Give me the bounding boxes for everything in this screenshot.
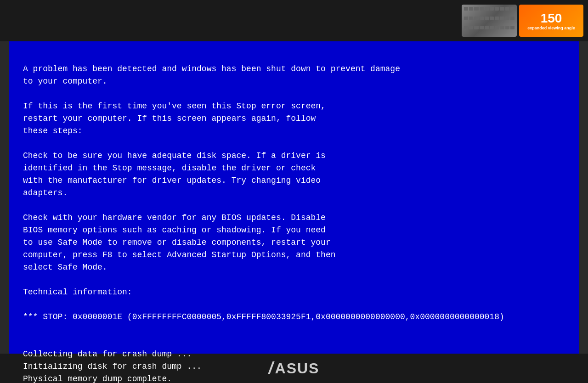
bsod-line1: A problem has been detected and windows …: [23, 64, 400, 73]
bsod-content: A problem has been detected and windows …: [23, 51, 565, 383]
bsod-line17: select Safe Mode.: [23, 263, 107, 272]
bsod-line26: Physical memory dump complete.: [23, 374, 172, 383]
bsod-line6: these steps:: [23, 126, 83, 135]
bsod-line19: Technical information:: [23, 287, 132, 297]
ad-banner: 150 expanded viewing angle: [462, 5, 583, 37]
ad-badge: 150 expanded viewing angle: [519, 5, 583, 37]
bsod-line24: Collecting data for crash dump ...: [23, 349, 192, 359]
keyboard-image: [462, 5, 517, 37]
bsod-line8: Check to be sure you have adequate disk …: [23, 151, 326, 160]
ad-text: expanded viewing angle: [527, 26, 575, 30]
bsod-line4: If this is the first time you've seen th…: [23, 101, 326, 111]
bsod-line16: computer, press F8 to select Advanced St…: [23, 250, 336, 259]
bsod-line15: to use Safe Mode to remove or disable co…: [23, 238, 331, 247]
bsod-line10: with the manufacturer for driver updates…: [23, 176, 321, 185]
bsod-line25: Initializing disk for crash dump ...: [23, 362, 202, 371]
bsod-line21: *** STOP: 0x0000001E (0xFFFFFFFFC0000005…: [23, 312, 504, 321]
ad-number: 150: [541, 11, 562, 26]
bsod-line11: adapters.: [23, 188, 68, 197]
bsod-screen: A problem has been detected and windows …: [9, 41, 579, 354]
laptop-frame: 150 expanded viewing angle A problem has…: [0, 0, 588, 383]
bsod-line13: Check with your hardware vendor for any …: [23, 213, 326, 222]
bsod-line2: to your computer.: [23, 77, 107, 86]
bsod-line5: restart your computer. If this screen ap…: [23, 114, 316, 123]
bsod-line14: BIOS memory options such as caching or s…: [23, 225, 326, 235]
top-bar: 150 expanded viewing angle: [0, 0, 588, 41]
bsod-line9: identified in the Stop message, disable …: [23, 163, 316, 173]
